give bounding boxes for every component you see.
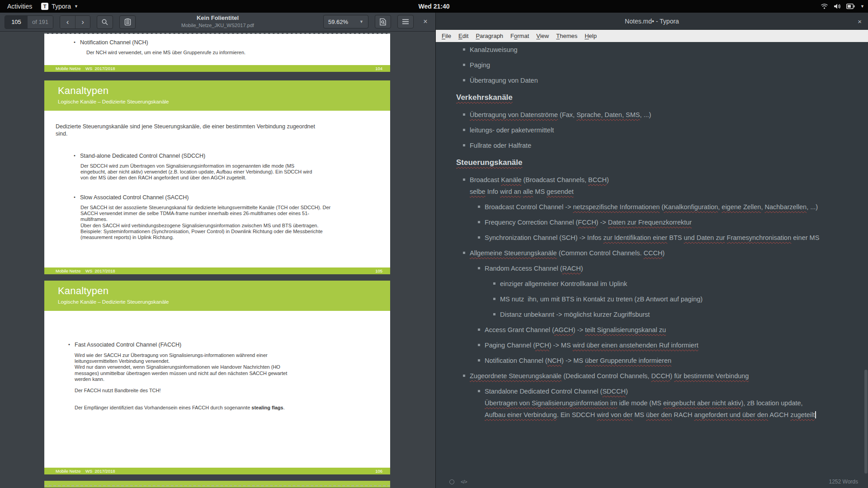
editor-list-item[interactable]: Aufbau einer Verbindung. Ein SDCCH wird … (456, 411, 854, 419)
editor-list-item[interactable]: Frequency Correction Channel (FCCH) -> D… (456, 218, 854, 227)
slide-body-text-suffix: . (283, 405, 285, 410)
search-button[interactable] (97, 15, 113, 29)
editor-line-text: Steuerungskanäle (456, 158, 522, 167)
editor-line-text: Broadcast Kanäle (Broadcast Channels, BC… (470, 176, 609, 183)
editor-line-text: Fullrate oder Halfrate (470, 142, 531, 149)
square-bullet-icon (478, 359, 480, 361)
zoom-level-dropdown[interactable]: 59.62% ▼ (323, 15, 368, 28)
zoom-level-value: 59.62% (328, 19, 348, 25)
square-bullet-icon (478, 328, 480, 331)
typora-titlebar[interactable]: Notes.md• - Typora × (436, 13, 868, 30)
pdf-viewer-window: 105 of 191 ‹ › Kein Folientitel (0, 13, 435, 488)
chevron-down-icon: ▼ (860, 4, 864, 9)
slide-bullet-text: Slow Associated Control Channel (SACCH) (80, 194, 189, 201)
scrollbar-thumb[interactable] (864, 370, 868, 474)
slide-title: Kanaltypen (58, 84, 377, 97)
editor-list-item[interactable]: Paging (456, 61, 854, 70)
editor-list-item[interactable]: Random Access Channel (RACH) (456, 264, 854, 273)
page-number-input[interactable]: 105 (5, 16, 28, 28)
editor-list-item[interactable]: Access Grant Channel (AGCH) -> teilt Sig… (456, 326, 854, 334)
editor-list-item[interactable]: Kanalzuweisung (456, 46, 854, 54)
slide-page-number: 104 (375, 66, 382, 71)
editor-list-item[interactable]: selbe Info wird an alle MS gesendet (456, 188, 854, 196)
slide-body-text: Der Empfänger identifiziert das Vorhande… (75, 399, 303, 411)
editor-list-item[interactable]: Übertragen von Signalisierungsinformatio… (456, 399, 854, 408)
bullet-icon: • (74, 194, 80, 201)
source-code-mode-icon[interactable]: </> (461, 479, 467, 484)
editor-list-item[interactable]: Allgemeine Steuerungskanäle (Common Cont… (456, 249, 854, 258)
editor-line-text: MS nutz ihn, um mit BTS in Kontakt zu tr… (500, 296, 703, 303)
menu-file[interactable]: File (438, 33, 455, 39)
slide-footer-text: Mobile Netze WS 2017/2018 (56, 469, 115, 474)
page-view-button[interactable] (375, 15, 391, 28)
clock[interactable]: Wed 21:40 (419, 3, 450, 10)
typora-window: Notes.md• - Typora × FileEditParagraphFo… (435, 13, 868, 488)
square-bullet-icon (493, 282, 495, 285)
editor-list-item[interactable]: Standalone Dedicated Control Channel (SD… (456, 387, 854, 396)
editor-line-text: Verkehrskanäle (456, 93, 513, 102)
square-bullet-icon (478, 267, 480, 269)
previous-page-button[interactable]: ‹ (60, 16, 75, 28)
menu-format[interactable]: Format (507, 33, 533, 39)
square-bullet-icon (463, 144, 465, 146)
editor-list-item[interactable]: Paging Channel (PCH) -> MS wird über ein… (456, 341, 854, 350)
editor-line-text: Paging (470, 61, 490, 69)
menu-themes[interactable]: Themes (552, 33, 581, 39)
typora-app-icon: T (41, 3, 48, 10)
editor-list-item[interactable]: MS nutz ihn, um mit BTS in Kontakt zu tr… (456, 295, 854, 304)
editor-heading[interactable]: Steuerungskanäle (456, 158, 854, 168)
editor-list-item[interactable]: Zugeordnete Steuerungskanäle (Dedicated … (456, 372, 854, 380)
slide-body-text: Wird wie der SACCH zur Übertragung von S… (75, 352, 303, 382)
focus-mode-icon[interactable] (449, 479, 454, 484)
slide-bullet-text: Fast Associated Control Channel (FACCH) (75, 342, 181, 348)
document-zoom-icon (379, 18, 387, 26)
hamburger-menu-button[interactable] (397, 15, 414, 28)
pdf-toolbar: 105 of 191 ‹ › Kein Folientitel (0, 13, 435, 32)
editor-heading[interactable]: Verkehrskanäle (456, 93, 854, 103)
editor-list-item[interactable]: Übertragung von Datenströme (Fax, Sprach… (456, 111, 854, 119)
bullet-icon: • (74, 153, 80, 159)
editor-list-item[interactable]: Fullrate oder Halfrate (456, 141, 854, 150)
app-menu[interactable]: T Typora ▼ (41, 3, 78, 10)
next-page-button[interactable]: › (75, 16, 90, 28)
square-bullet-icon (478, 236, 480, 239)
editor-line-text: selbe Info wird an alle MS gesendet (470, 188, 574, 195)
editor-list-item[interactable]: Distanz unbekannt -> möglichst kurzer Zu… (456, 310, 854, 319)
editor-list-item[interactable]: Synchronization Channel (SCH) -> Infos z… (456, 234, 854, 242)
editor-list-item[interactable]: Broadcast Kanäle (Broadcast Channels, BC… (456, 176, 854, 184)
editor-list-item[interactable]: einziger allgemeiner Kontrollkanal im Up… (456, 280, 854, 288)
slide-page-number: 106 (375, 469, 382, 474)
slide-subtitle: Logische Kanäle – Dedizierte Steuerungsk… (58, 298, 377, 305)
search-icon (101, 19, 108, 26)
close-button[interactable]: × (419, 15, 432, 28)
editor-list-item[interactable]: Notification Channel (NCH) -> MS über Gr… (456, 357, 854, 365)
editor-line-text: Übertragung von Datenströme (Fax, Sprach… (470, 111, 651, 118)
editor-line-text: Distanz unbekannt -> möglichst kurzer Zu… (500, 311, 650, 318)
menu-view[interactable]: View (533, 33, 552, 39)
editor-list-item[interactable]: leitungs- oder paketvermittelt (456, 126, 854, 135)
editor-list-item[interactable]: Broadcast Control Channel -> netzspezifi… (456, 203, 854, 211)
volume-icon (834, 3, 841, 9)
slide-title: Kanaltypen (58, 285, 377, 297)
editor-line-text: Frequency Correction Channel (FCCH) -> D… (485, 219, 692, 226)
editor-line-text: einziger allgemeiner Kontrollkanal im Up… (500, 280, 627, 287)
system-status-area[interactable]: ▼ (821, 0, 864, 13)
square-bullet-icon (478, 390, 480, 392)
editor-lines: KanalzuweisungPagingÜbertragung von Date… (456, 46, 854, 419)
slide-body-text: Der NCH wird verwendet, um eine MS über … (44, 46, 390, 56)
typora-menubar: FileEditParagraphFormatViewThemesHelp (436, 30, 868, 42)
close-button[interactable]: × (858, 13, 862, 30)
editor-list-item[interactable]: Übertragung von Daten (456, 76, 854, 85)
activities-button[interactable]: Activities (5, 3, 34, 10)
editor-area[interactable]: KanalzuweisungPagingÜbertragung von Date… (436, 42, 868, 475)
menu-edit[interactable]: Edit (455, 33, 472, 39)
gnome-top-bar: Activities T Typora ▼ Wed 21:40 ▼ (0, 0, 868, 13)
word-count: 1252 Words (829, 479, 858, 485)
square-bullet-icon (463, 113, 465, 116)
editor-line-text: Random Access Channel (RACH) (485, 265, 583, 272)
menu-paragraph[interactable]: Paragraph (472, 33, 507, 39)
slide-body-text-bold: stealing flags (251, 405, 283, 410)
pdf-page-106: Kanaltypen Logische Kanäle – Dedizierte … (44, 281, 390, 474)
menu-help[interactable]: Help (581, 33, 600, 39)
pdf-content-area[interactable]: • Notification Channel (NCH) Der NCH wir… (0, 32, 435, 488)
